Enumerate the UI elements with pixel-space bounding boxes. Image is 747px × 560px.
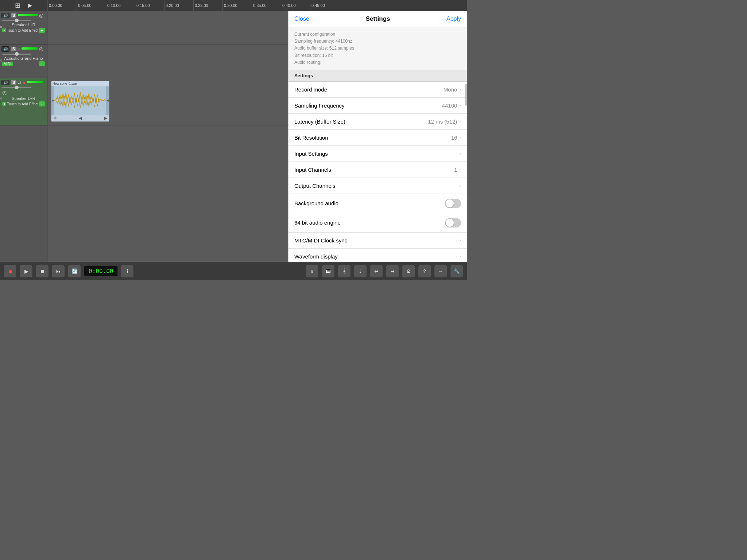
- track-3-remove[interactable]: ✕: [0, 96, 3, 101]
- waveform-controls: ✥ ◀ ▶: [51, 115, 109, 121]
- settings-row-record-mode[interactable]: Record mode Mono ›: [289, 82, 467, 98]
- record-button[interactable]: ⏺: [4, 265, 17, 278]
- ruler-mark: 0:20.00: [164, 0, 179, 11]
- waveform-left-handle[interactable]: ▶: [51, 86, 54, 115]
- ruler-mark: 0:25.00: [193, 0, 208, 11]
- waveform-title: New song_1.wav: [51, 81, 109, 86]
- track-1-mute[interactable]: 🔊: [1, 13, 9, 18]
- bit-res-val: 16: [451, 135, 457, 141]
- track-2-midi-icon: ≡: [18, 46, 20, 51]
- wrench-button[interactable]: 🔧: [450, 265, 463, 278]
- sampling-freq-value: 44100 ›: [442, 102, 461, 109]
- play-button[interactable]: ▶: [20, 265, 33, 278]
- settings-row-mtc-midi[interactable]: MTC/MIDI Clock sync ›: [289, 233, 467, 249]
- input-settings-chevron: ›: [459, 151, 461, 156]
- loop-button[interactable]: 🔄: [68, 265, 81, 278]
- waveform-display-label: Waveform display: [294, 253, 338, 260]
- ruler-mark: 0:45.00: [310, 0, 325, 11]
- time-display: 0:00.00: [84, 266, 118, 276]
- waveform-svg: [54, 86, 106, 115]
- settings-row-bit-res[interactable]: Bit Resolution 16 ›: [289, 130, 467, 146]
- track-1-remove[interactable]: ✕: [0, 25, 3, 30]
- play-button-header[interactable]: ▶: [28, 2, 32, 9]
- settings-row-64bit[interactable]: 64 bit audio engine: [289, 213, 467, 233]
- settings-apply-button[interactable]: Apply: [446, 16, 461, 22]
- mtc-midi-label: MTC/MIDI Clock sync: [294, 237, 347, 244]
- settings-row-waveform-display[interactable]: Waveform display ›: [289, 249, 467, 262]
- output-channels-label: Output Channels: [294, 183, 336, 189]
- waveform-move-icon[interactable]: ✥: [53, 116, 57, 121]
- waveform-block[interactable]: New song_1.wav ▶ ◀: [51, 81, 109, 122]
- track-2-midi-badge: MIDI: [2, 62, 13, 66]
- track-3-mute[interactable]: 🔊: [1, 80, 9, 85]
- grid-icon: ⊞: [15, 1, 20, 9]
- track-1-solo[interactable]: S: [11, 13, 17, 18]
- timeline-header: ⊞ ▶ 0:00.00 0:05.00 0:10.00 0:15.00 0:20…: [0, 0, 467, 11]
- track-3-pan-knob: ◎: [2, 90, 7, 96]
- settings-row-bg-audio[interactable]: Background audio: [289, 194, 467, 213]
- rewind-button[interactable]: ⏮: [52, 265, 65, 278]
- track-3-effect-label[interactable]: Touch to Add Effect: [7, 102, 38, 106]
- ruler-mark: 0:35.00: [252, 0, 267, 11]
- track-1-add-effect[interactable]: +: [39, 28, 45, 33]
- latency-label: Latency (Buffer Size): [294, 118, 345, 125]
- track-list: ✕ 🔊 S ◎ Speaker L+R ● Touch to Add Effec…: [0, 11, 47, 262]
- track-2-solo[interactable]: S: [11, 46, 17, 51]
- mtc-midi-value: ›: [459, 237, 461, 243]
- 64bit-label: 64 bit audio engine: [294, 219, 341, 226]
- track-3-solo[interactable]: S: [11, 80, 17, 85]
- track-1-effect-label[interactable]: Touch to Add Effect: [7, 28, 38, 32]
- redo-button[interactable]: ↪: [386, 265, 399, 278]
- ruler-mark: 0:10.00: [106, 0, 121, 11]
- latency-value: 12 ms (512) ›: [428, 118, 461, 125]
- track-2-level: [22, 47, 38, 50]
- settings-row-sampling-freq[interactable]: Sampling Frequency 44100 ›: [289, 98, 467, 114]
- 64bit-toggle[interactable]: [445, 218, 461, 228]
- info-button[interactable]: ℹ: [121, 265, 134, 278]
- waveform-rewind-icon[interactable]: ◀: [79, 116, 82, 121]
- settings-config: Current configuration Sampling frequency…: [289, 27, 467, 70]
- track-2-volume-slider[interactable]: [2, 54, 31, 55]
- input-channels-chevron: ›: [459, 167, 461, 172]
- stop-button[interactable]: ⏹: [36, 265, 49, 278]
- waveform-right-handle[interactable]: ◀: [106, 86, 109, 115]
- settings-row-output-channels[interactable]: Output Channels ›: [289, 178, 467, 194]
- gear-button[interactable]: ⚙: [402, 265, 415, 278]
- track-1-volume-row: [1, 19, 46, 22]
- waveform-display-value: ›: [459, 253, 461, 259]
- loop2-button[interactable]: ↔: [434, 265, 447, 278]
- track-2-mute[interactable]: 🔊: [1, 46, 9, 52]
- settings-scrollbar[interactable]: [465, 84, 467, 106]
- waveform-play-icon[interactable]: ▶: [104, 116, 107, 121]
- track-2-add-effect[interactable]: +: [39, 61, 45, 66]
- help-button[interactable]: ?: [418, 265, 431, 278]
- mixer-button[interactable]: 🎚: [306, 265, 319, 278]
- track-1-header: ✕ 🔊 S ◎ Speaker L+R ● Touch to Add Effec…: [0, 11, 47, 44]
- score-button[interactable]: 𝄞: [338, 265, 351, 278]
- undo-button[interactable]: ↩: [370, 265, 383, 278]
- settings-row-latency[interactable]: Latency (Buffer Size) 12 ms (512) ›: [289, 114, 467, 130]
- bg-audio-toggle[interactable]: [445, 199, 461, 208]
- track-3-volume-slider[interactable]: [2, 87, 31, 88]
- track-2-volume-row: [1, 52, 46, 56]
- track-3-volume-row: ◎: [1, 86, 46, 96]
- track-1-volume-slider[interactable]: [2, 20, 31, 21]
- track-2-remove[interactable]: ✕: [0, 58, 3, 63]
- 64bit-knob: [446, 219, 454, 227]
- metronome-button[interactable]: ♩: [354, 265, 367, 278]
- track-3-return-icon: ⇄: [18, 80, 22, 85]
- track-1-controls: 🔊 S ◎: [1, 12, 46, 18]
- input-channels-value: 1 ›: [454, 167, 461, 173]
- settings-title: Settings: [365, 15, 390, 23]
- input-channels-val: 1: [454, 167, 457, 173]
- track-2-pan-knob: ◎: [39, 46, 43, 52]
- settings-header: Close Settings Apply: [289, 11, 467, 27]
- track-1-pan-knob: ◎: [39, 12, 43, 18]
- piano-button[interactable]: 🎹: [322, 265, 335, 278]
- settings-close-button[interactable]: Close: [294, 16, 309, 22]
- config-line3: Audio buffer size: 512 samples: [294, 45, 461, 52]
- settings-row-input-settings[interactable]: Input Settings ›: [289, 146, 467, 162]
- settings-row-input-channels[interactable]: Input Channels 1 ›: [289, 162, 467, 178]
- config-line5: Audio routing:: [294, 59, 461, 66]
- track-3-add-effect[interactable]: +: [39, 101, 45, 106]
